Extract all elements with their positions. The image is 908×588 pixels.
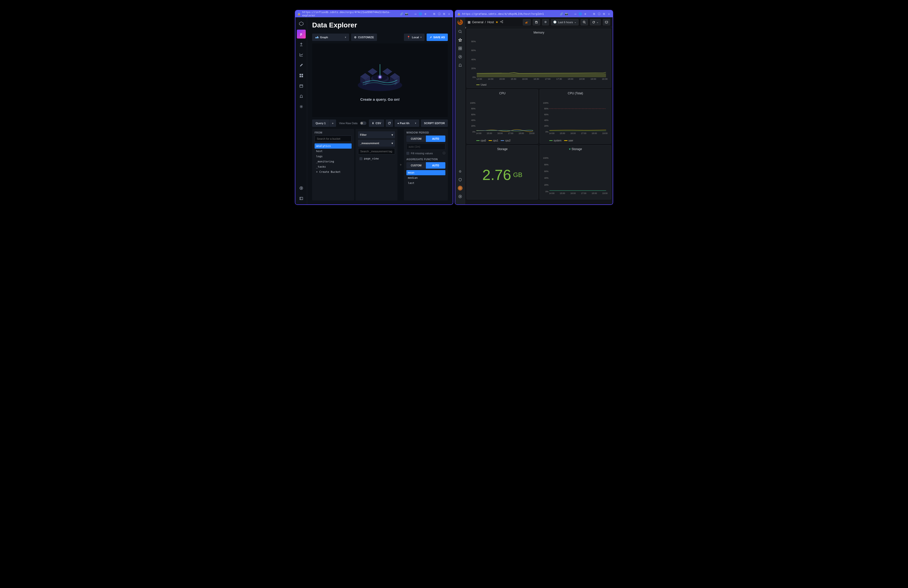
gear-icon[interactable]: ⚙ xyxy=(584,12,587,16)
star-icon[interactable] xyxy=(458,37,463,42)
bucket-search-input[interactable] xyxy=(315,135,352,142)
bucket-item[interactable]: host xyxy=(315,148,352,154)
panel-cpu-total[interactable]: CPU (Total) 0%20%40%60%80%100% 14:0015:0… xyxy=(539,89,611,144)
svg-point-23 xyxy=(459,55,462,58)
filter-type-dropdown[interactable]: Filter ▾ xyxy=(358,131,395,138)
link-icon[interactable]: 🔗 xyxy=(400,12,403,16)
timezone-dropdown[interactable]: 📍 Local ▾ xyxy=(404,34,425,41)
close-icon[interactable]: ✕ xyxy=(448,12,451,16)
reader-icon[interactable]: ▭ xyxy=(574,12,577,16)
measurement-checkbox[interactable] xyxy=(359,157,362,160)
bucket-item[interactable]: _monitoring xyxy=(315,159,352,164)
svg-text:20%: 20% xyxy=(544,125,549,127)
grafana-logo-icon[interactable] xyxy=(457,19,464,26)
gear-icon[interactable]: ⚙ xyxy=(458,169,463,174)
help-icon[interactable]: ? xyxy=(297,184,306,193)
extension-icon[interactable]: ⧉ xyxy=(592,12,596,16)
gear-icon[interactable]: ⚙ xyxy=(423,12,427,16)
avatar-icon[interactable] xyxy=(458,185,463,190)
reader-icon[interactable]: ▭ xyxy=(414,12,417,16)
popout-icon[interactable]: ⧉ xyxy=(602,12,606,16)
link-icon[interactable]: 🔗 xyxy=(560,12,563,16)
chart-icon[interactable] xyxy=(297,50,306,59)
search-icon[interactable] xyxy=(458,29,463,34)
save-button[interactable] xyxy=(533,19,540,26)
upload-icon[interactable] xyxy=(297,40,306,49)
settings-button[interactable]: ⚙ xyxy=(542,19,549,26)
extension-icon[interactable]: ⧉ xyxy=(433,12,436,16)
save-as-button[interactable]: ↗ SAVE AS xyxy=(427,34,448,41)
panel-memory[interactable]: Memory 0%20%40%60%80% 14:0014:3015:0015:… xyxy=(467,29,611,88)
breadcrumb[interactable]: ▦ General / Host ★ xyxy=(468,20,503,24)
bucket-item[interactable]: analytics xyxy=(315,143,352,148)
shield-icon[interactable] xyxy=(458,177,463,182)
zoom-out-button[interactable] xyxy=(581,19,588,26)
aggregate-mode-segment[interactable]: CUSTOM AUTO xyxy=(406,162,445,169)
star-filled-icon[interactable]: ★ xyxy=(496,20,498,24)
dashboards-icon[interactable] xyxy=(458,46,463,51)
window-mode-segment[interactable]: CUSTOM AUTO xyxy=(406,135,445,142)
bell-icon[interactable] xyxy=(458,63,463,68)
sidebar-expand-button[interactable]: › xyxy=(465,26,466,29)
svg-text:16:00: 16:00 xyxy=(570,132,576,135)
close-icon[interactable]: ✕ xyxy=(607,12,611,16)
customize-button[interactable]: ⚙ CUSTOMIZE xyxy=(351,34,377,41)
time-range-picker[interactable]: 🕑 Last 6 hours ⌄ xyxy=(551,19,579,26)
measurement-item[interactable]: page_view xyxy=(358,156,395,161)
csv-button[interactable]: ⬇ CSV xyxy=(369,119,384,127)
camera-icon[interactable]: 📷 xyxy=(565,12,568,16)
bucket-item[interactable]: + Create Bucket xyxy=(315,169,352,174)
camera-icon[interactable]: 📷 xyxy=(405,12,408,16)
popout-icon[interactable]: ⧉ xyxy=(443,12,446,16)
globe-icon[interactable]: 🌐 xyxy=(579,12,582,16)
info-icon[interactable]: ⓘ xyxy=(597,12,601,16)
influx-window: 🔒 https://influxdb.sdnts.dev/orgs/4f4c21… xyxy=(295,10,453,205)
bucket-item[interactable]: logs xyxy=(315,154,352,159)
globe-icon[interactable]: 🌐 xyxy=(419,12,422,16)
auto-window-input[interactable] xyxy=(406,143,445,150)
help-icon[interactable]: ? xyxy=(458,194,463,199)
pencil-icon[interactable] xyxy=(297,61,306,69)
panel-storage-chart[interactable]: ♥Storage 0%20%40%60%80%100% 14:0015:0016… xyxy=(539,145,611,200)
chevron-down-icon: ▾ xyxy=(391,133,393,137)
sidebar-item-project[interactable]: p xyxy=(297,30,306,39)
svg-text:19:00: 19:00 xyxy=(591,78,596,80)
view-mode-button[interactable] xyxy=(603,19,610,26)
add-panel-button[interactable]: + xyxy=(523,19,531,26)
measurement-dropdown[interactable]: _measurement ▾ xyxy=(358,140,395,147)
info-icon[interactable]: ⓘ xyxy=(438,12,441,16)
fill-missing-row[interactable]: Fill missing values ⓘ xyxy=(406,151,445,155)
script-editor-button[interactable]: SCRIPT EDITOR xyxy=(421,119,448,127)
calendar-icon[interactable] xyxy=(297,81,306,90)
aggregate-item[interactable]: last xyxy=(406,180,445,185)
panel-cpu[interactable]: CPU 0%20%40%60%80%100% 14:0015:0016:0017… xyxy=(467,89,538,144)
panel-storage-stat[interactable]: Storage 2.76 GB xyxy=(467,145,538,200)
help-icon[interactable]: ⓘ xyxy=(443,151,445,155)
time-range-dropdown[interactable]: ● Past 6h ▾ xyxy=(394,119,419,127)
add-filter-button[interactable]: + xyxy=(399,129,402,200)
add-query-button[interactable]: + xyxy=(329,119,336,127)
clock-icon: 🕑 xyxy=(553,21,557,24)
refresh-button[interactable]: ⌄ xyxy=(590,19,601,26)
raw-data-toggle[interactable] xyxy=(360,121,366,125)
collapse-icon[interactable] xyxy=(297,194,306,203)
svg-text:16:00: 16:00 xyxy=(522,78,528,80)
measurement-search-input[interactable] xyxy=(358,148,395,155)
bucket-item[interactable]: _tasks xyxy=(315,164,352,169)
bell-icon[interactable] xyxy=(297,92,306,101)
settings-icon[interactable] xyxy=(297,102,306,111)
influx-logo-icon[interactable] xyxy=(297,19,306,28)
refresh-button[interactable] xyxy=(386,119,393,127)
fill-missing-checkbox[interactable] xyxy=(406,152,409,155)
svg-text:17:00: 17:00 xyxy=(581,192,586,195)
svg-text:18:00: 18:00 xyxy=(518,132,524,135)
compass-icon[interactable] xyxy=(458,54,463,59)
grid-icon[interactable] xyxy=(297,71,306,80)
query-tab[interactable]: Query 1 xyxy=(312,119,329,127)
share-icon[interactable] xyxy=(500,20,503,24)
svg-text:14:00: 14:00 xyxy=(549,132,555,135)
svg-point-27 xyxy=(502,21,503,21)
viz-type-dropdown[interactable]: Graph ▾ xyxy=(312,34,349,41)
aggregate-item[interactable]: median xyxy=(406,175,445,180)
aggregate-item[interactable]: mean xyxy=(406,170,445,175)
